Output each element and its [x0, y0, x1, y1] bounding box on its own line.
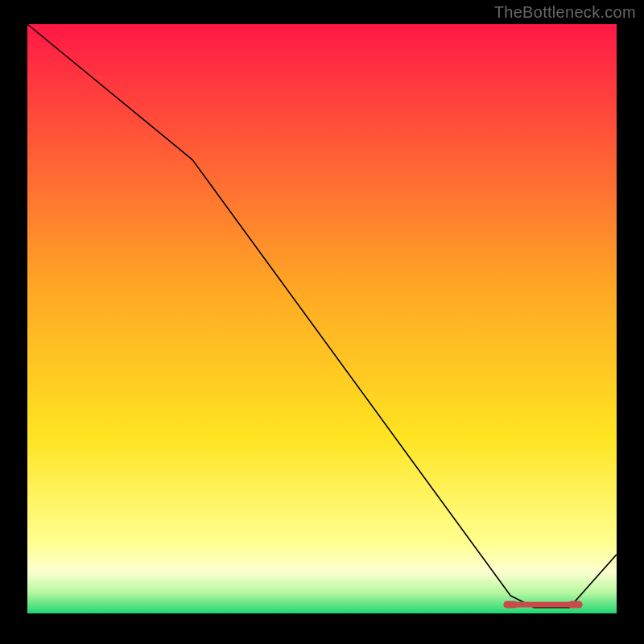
bottleneck-curve — [27, 24, 617, 608]
curve-layer — [27, 24, 617, 613]
watermark-label: TheBottleneck.com — [494, 3, 636, 22]
plot-area — [27, 24, 617, 613]
chart-frame: TheBottleneck.com — [0, 0, 644, 644]
